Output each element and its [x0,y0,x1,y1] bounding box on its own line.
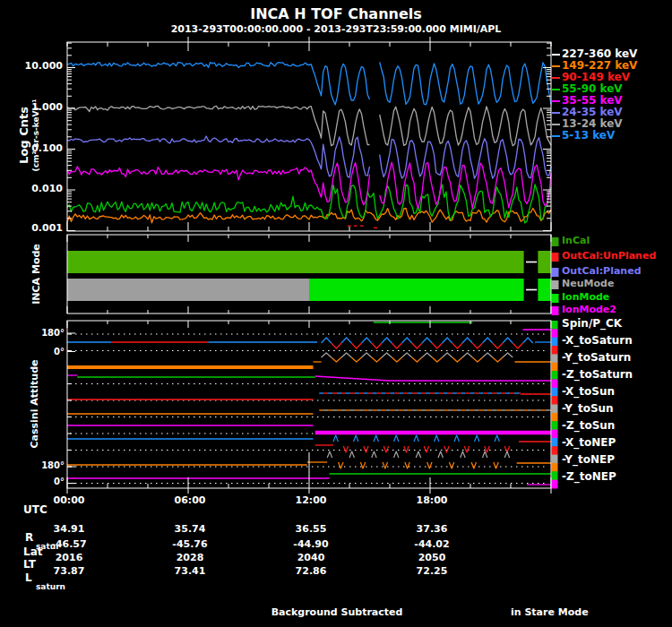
mode-legend-ionmode2: IonMode2 [562,305,616,316]
ephemeris-lt-3: 2050 [418,553,446,564]
attitude-label-spin: Spin/P_CK [562,318,622,331]
footer-stare-mode: in Stare Mode [511,607,589,619]
ephemeris-row-label-l: L [25,572,32,585]
attitude-label-z-sun: -Z_toSun [562,420,615,433]
attitude-label-y-nep: -Y_toNEP [562,454,615,467]
ephemeris-l-1: 73.41 [175,566,206,578]
ephemeris-l-0: 73.87 [54,566,85,578]
counts-y-axis-title: Log Cnts [17,107,30,164]
ephemeris-r-0: 34.91 [54,524,85,536]
ephemeris-lat-0: -46.57 [51,539,86,551]
counts-ytick-10: 10.000 [7,61,63,73]
attitude-ytick-0-top: 0° [36,347,65,357]
utc-tick-18: 18:00 [416,495,447,507]
attitude-label-z-saturn: -Z_toSaturn [562,369,633,382]
mode-panel-label: INCA Mode [30,244,42,305]
attitude-label-x-sun: -X_toSun [562,386,615,399]
mode-legend-incal: InCal [562,236,590,247]
utc-tick-12: 12:00 [295,495,326,507]
ephemeris-lat-3: -44.02 [414,539,449,551]
inca-tof-plot-screen: INCA H TOF Channels 2013-293T00:00:00.00… [0,0,672,627]
mode-legend-outcal-unplaned: OutCal:UnPlaned [562,251,656,262]
ephemeris-lt-2: 2040 [297,553,325,564]
ephemeris-row-label-lat: Lat [23,546,42,559]
ephemeris-row-label-r: R [25,532,33,545]
ephemeris-l-2: 72.86 [296,566,327,578]
counts-y-axis-unit: (cm²-sr-s-keV)⁻¹ [31,99,40,172]
ephemeris-r-3: 37.36 [417,524,448,536]
utc-axis-label: UTC [23,504,47,517]
attitude-label-y-saturn: -Y_toSaturn [562,352,631,365]
attitude-panel-label: Cassini Attitude [29,359,40,448]
counts-ytick-0p001: 0.001 [7,223,63,235]
energy-legend-item-7: 5-13 keV [562,130,615,142]
ephemeris-lat-1: -45.76 [172,539,207,551]
ephemeris-lt-1: 2028 [177,553,204,564]
ephemeris-l-3: 72.25 [417,566,448,578]
page-title: INCA H TOF Channels [250,6,422,22]
time-range-subtitle: 2013-293T00:00:00.000 - 2013-293T23:59:0… [171,24,502,36]
attitude-ytick-0-bottom: 0° [36,477,65,487]
mode-legend-outcal-planed: OutCal:Planed [562,266,642,278]
footer-background-subtracted: Background Subtracted [271,607,403,619]
attitude-label-x-saturn: -X_toSaturn [562,335,633,348]
mode-legend-neumode: NeuMode [562,279,614,290]
attitude-label-x-nep: -X_toNEP [562,437,616,450]
mode-legend-ionmode: IonMode [562,292,609,304]
ephemeris-r-1: 35.74 [175,524,206,536]
utc-tick-0: 00:00 [53,495,84,507]
attitude-label-y-sun: -Y_toSun [562,403,614,416]
attitude-ytick-180-bottom: 180° [36,460,65,471]
ephemeris-row-label-l-sub: saturn [36,582,65,591]
utc-tick-6: 06:00 [174,495,205,507]
counts-ytick-0p01: 0.010 [7,184,63,195]
attitude-label-z-nep: -Z_toNEP [562,471,616,484]
ephemeris-lat-2: -44.90 [293,539,328,551]
ephemeris-lt-0: 2016 [56,553,83,564]
counts-y-axis-label: Log Cnts (cm²-sr-s-keV)⁻¹ [14,99,40,172]
attitude-ytick-180-top: 180° [36,328,65,339]
ephemeris-row-label-lt: LT [23,559,36,571]
ephemeris-r-2: 36.55 [296,524,327,536]
